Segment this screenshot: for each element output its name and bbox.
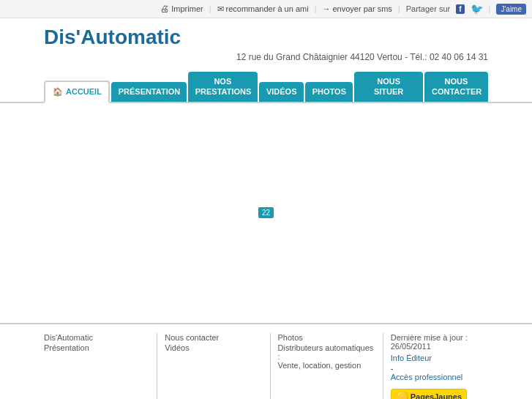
- nav-videos-label: VIDÉOS: [266, 87, 297, 96]
- nav-item-presentation[interactable]: PRÉSENTATION: [111, 82, 187, 101]
- footer-link-disautomatic[interactable]: Dis'Automatic: [44, 333, 149, 342]
- footer-col-4: Dernière mise à jour : 26/05/2011 Info É…: [383, 333, 488, 399]
- recommend-button[interactable]: recommander à un ami: [217, 4, 309, 14]
- home-flag-icon: 🏠: [53, 86, 63, 97]
- nav-nous-situer-label: NOUS SITUER: [374, 77, 403, 96]
- recommend-icon: [217, 4, 224, 14]
- nav-prestations-label: NOSPRESTATIONS: [195, 77, 252, 96]
- send-label: envoyer par sms: [333, 4, 392, 13]
- send-icon: [323, 4, 331, 13]
- print-label: Imprimer: [171, 4, 203, 13]
- footer-link-videos[interactable]: Vidéos: [165, 343, 262, 352]
- address-text: 12 rue du Grand Châtaignier 44120 Vertou…: [236, 52, 488, 62]
- pages-jaunes-badge[interactable]: 🟡 PagesJaunes: [391, 389, 467, 399]
- jaime-button[interactable]: J'aime: [496, 4, 526, 15]
- recommend-label: recommander à un ami: [226, 4, 309, 13]
- facebook-icon[interactable]: f: [456, 4, 464, 14]
- footer-link-presentation[interactable]: Présentation: [44, 343, 149, 352]
- pages-jaunes-icon: 🟡: [396, 391, 408, 399]
- nav-item-nous-contacter[interactable]: NOUSCONTACTER: [424, 72, 488, 102]
- footer-legal-links: Info Éditeur - Accès professionnel: [391, 354, 488, 381]
- nav-item-photos[interactable]: PHOTOS: [305, 82, 353, 101]
- top-toolbar: Imprimer | recommander à un ami | envoye…: [0, 0, 532, 18]
- print-button[interactable]: Imprimer: [160, 4, 203, 14]
- footer-col-2: Nous contacter Vidéos: [157, 333, 262, 399]
- acces-professionnel-link[interactable]: Accès professionnel: [391, 373, 488, 381]
- nav-item-accueil[interactable]: 🏠 ACCUEIL: [44, 81, 110, 102]
- nav-photos-label: PHOTOS: [312, 87, 346, 96]
- center-badge-area: 22: [258, 207, 274, 218]
- footer-link-nous-contacter[interactable]: Nous contacter: [165, 333, 262, 342]
- nav-presentation-label: PRÉSENTATION: [119, 87, 181, 96]
- footer-vente-label: Vente, location, gestion: [278, 361, 375, 370]
- footer-distributeurs-label: Distributeurs automatiques :: [278, 343, 375, 361]
- footer: Dis'Automatic Présentation Nous contacte…: [0, 323, 532, 399]
- header: Dis'Automatic 12 rue du Grand Châtaignie…: [0, 18, 532, 72]
- nav-contacter-label: NOUSCONTACTER: [432, 77, 482, 96]
- twitter-icon[interactable]: 🐦: [471, 3, 483, 15]
- last-update-text: Dernière mise à jour : 26/05/2011: [391, 333, 468, 351]
- pages-jaunes-label: PagesJaunes: [411, 392, 462, 399]
- nav-item-videos[interactable]: VIDÉOS: [259, 82, 304, 101]
- nav-item-nos-prestations[interactable]: NOSPRESTATIONS: [188, 72, 258, 102]
- footer-col-3: Photos Distributeurs automatiques : Vent…: [270, 333, 375, 399]
- share-label: Partager sur: [406, 4, 451, 13]
- last-update: Dernière mise à jour : 26/05/2011: [391, 333, 488, 351]
- printer-icon: [160, 4, 169, 14]
- info-editeur-link[interactable]: Info Éditeur: [391, 354, 488, 362]
- footer-col-1: Dis'Automatic Présentation: [44, 333, 149, 399]
- footer-link-photos[interactable]: Photos: [278, 333, 375, 342]
- main-content: 22: [0, 103, 532, 323]
- site-title[interactable]: Dis'Automatic: [44, 26, 488, 49]
- navigation-bar: 🏠 ACCUEIL PRÉSENTATION NOSPRESTATIONS VI…: [0, 72, 532, 103]
- nav-accueil-label: ACCUEIL: [66, 86, 102, 97]
- center-badge: 22: [258, 207, 274, 218]
- send-sms-button[interactable]: envoyer par sms: [323, 4, 392, 13]
- address-line: 12 rue du Grand Châtaignier 44120 Vertou…: [44, 52, 488, 62]
- nav-item-nous-situer[interactable]: NOUS SITUER: [354, 72, 423, 102]
